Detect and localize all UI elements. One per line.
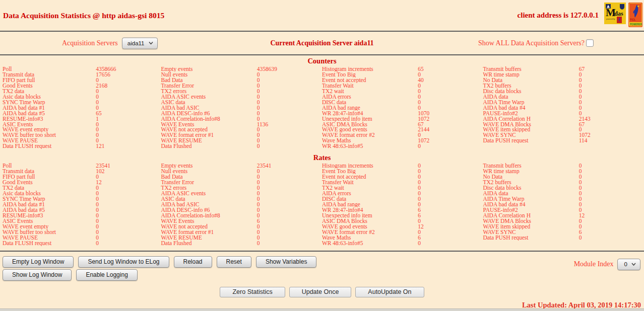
- stat-value: 0: [418, 180, 483, 185]
- stat-value: 0: [257, 202, 322, 207]
- stat-label: WAVE format error #1: [161, 229, 256, 235]
- stat-value: 0: [96, 229, 161, 235]
- stat-label: WR 48:63-info#5: [322, 241, 418, 246]
- stat-label: Empty events: [161, 66, 256, 72]
- show-log-window-button[interactable]: Show Log Window: [3, 269, 72, 281]
- stat-label: TX2 errors: [161, 185, 256, 191]
- stat-label: WR time stamp: [483, 169, 578, 174]
- reset-button[interactable]: Reset: [217, 256, 251, 268]
- stat-value: 6: [418, 235, 483, 241]
- stat-value: 0: [96, 174, 161, 180]
- stat-label: ASIC DMA Blocks: [322, 122, 418, 127]
- stat-value: 0: [418, 94, 483, 100]
- stat-label: WAVE SYNC: [483, 229, 578, 235]
- stat-value: 0: [96, 100, 161, 105]
- stats-row: WAVE PAUSE0WAVE RESUME0Wave Maths1072Dat…: [0, 138, 644, 143]
- stat-value: 0: [579, 100, 644, 105]
- stat-label: [483, 241, 578, 246]
- stat-label: Data Flushed: [161, 241, 256, 246]
- stat-value: 0: [257, 83, 322, 89]
- stat-label: DISC data: [322, 100, 418, 105]
- stat-value: 0: [257, 132, 322, 138]
- stats-row: Transmit data17656Null events0Event Too …: [0, 72, 644, 77]
- stat-value: 2143: [579, 116, 644, 122]
- stats-row: Data FLUSH request121Data Flushed0WR 48:…: [0, 143, 644, 149]
- empty-log-window-button[interactable]: Empty Log Window: [3, 256, 74, 268]
- stat-label: AIDA ASIC events: [161, 94, 256, 100]
- reload-button[interactable]: Reload: [174, 256, 212, 268]
- stat-value: 4358666: [96, 66, 161, 72]
- stat-value: 0: [96, 138, 161, 143]
- stat-label: TX2 buffers: [483, 83, 578, 89]
- stat-label: RESUME-info#3: [0, 116, 96, 122]
- stat-value: 0: [96, 241, 161, 246]
- stat-value: 0: [579, 224, 644, 229]
- stats-row: RESUME-info#30AIDA Correlation-info#80Un…: [0, 213, 644, 218]
- stat-value: 2144: [418, 127, 483, 132]
- stat-value: 65: [96, 111, 161, 116]
- stat-label: Data FLUSH request: [0, 143, 96, 149]
- stat-label: Null events: [161, 169, 256, 174]
- stat-value: 12: [579, 213, 644, 218]
- module-index-select[interactable]: 0: [617, 259, 640, 270]
- stat-value: 1072: [418, 116, 483, 122]
- stat-label: Wave Maths: [322, 138, 418, 143]
- stat-label: WAVE not accepted: [161, 224, 256, 229]
- stat-value: 0: [579, 89, 644, 94]
- stat-label: WR 28:47-info#4: [322, 111, 418, 116]
- stat-value: 12: [96, 180, 161, 185]
- stat-label: WAVE good events: [322, 224, 418, 229]
- stat-label: Good Events: [0, 83, 96, 89]
- stats-row: SYNC Time Warp0ASIC data0DISC data0AIDA …: [0, 196, 644, 202]
- stat-value: 0: [96, 218, 161, 224]
- stat-value: 0: [418, 218, 483, 224]
- stat-label: WAVE SYNC: [483, 132, 578, 138]
- stat-value: 17656: [96, 72, 161, 77]
- stat-label: TX2 data: [0, 185, 96, 191]
- send-log-window-to-elog-button[interactable]: Send Log Window to ELog: [78, 256, 169, 268]
- stats-row: TX2 data0TX2 errors0TX2 wait0Disc data b…: [0, 185, 644, 191]
- enable-logging-button[interactable]: Enable Logging: [76, 269, 137, 281]
- stat-label: Data FLUSH request: [0, 241, 96, 246]
- stat-label: TX2 errors: [161, 89, 256, 94]
- show-variables-button[interactable]: Show Variables: [256, 256, 317, 268]
- stat-label: Transmit data: [0, 169, 96, 174]
- update-once-button[interactable]: Update Once: [289, 287, 352, 297]
- stat-label: Unexpected info item: [322, 213, 418, 218]
- midas-logo[interactable]: M idas powered by: [604, 3, 626, 26]
- stat-value: 0: [418, 83, 483, 89]
- stat-label: SYNC Time Warp: [0, 100, 96, 105]
- stat-label: WAVE DMA Blocks: [483, 218, 578, 224]
- stat-label: Null events: [161, 72, 256, 77]
- stat-label: TX2 buffers: [483, 180, 578, 185]
- stat-value: 0: [257, 111, 322, 116]
- stat-label: ASIC DMA Blocks: [322, 218, 418, 224]
- stat-label: AIDA Correlation H: [483, 213, 578, 218]
- stat-label: Data PUSH request: [483, 235, 578, 241]
- stat-label: Poll: [0, 66, 96, 72]
- stat-value: 0: [257, 241, 322, 246]
- stat-label: AIDA errors: [322, 94, 418, 100]
- stats-row: RESUME-info#31AIDA Correlation-info#80Un…: [0, 116, 644, 122]
- stats-row: WAVE PAUSE0WAVE RESUME0Wave Maths6Data P…: [0, 235, 644, 241]
- stat-value: 0: [579, 72, 644, 77]
- stat-label: Histogram increments: [322, 66, 418, 72]
- stat-label: AIDA Correlation-info#8: [161, 213, 256, 218]
- tcl-powered-logo[interactable]: TCL POWERED: [628, 3, 642, 29]
- stat-value: 1: [96, 116, 161, 122]
- stats-row: SYNC Time Warp0ASIC data0DISC data0AIDA …: [0, 100, 644, 105]
- stat-label: AIDA bad data #5: [0, 111, 96, 116]
- stat-value: 23541: [257, 163, 322, 169]
- stat-value: 67: [579, 66, 644, 72]
- zero-statistics-button[interactable]: Zero Statistics: [220, 287, 285, 297]
- stat-value: 102: [96, 169, 161, 174]
- stat-label: WR 28:47-info#4: [322, 207, 418, 213]
- autoupdate-on-button[interactable]: AutoUpdate On: [355, 287, 424, 297]
- stat-value: 114: [579, 138, 644, 143]
- stat-value: 0: [96, 235, 161, 241]
- stats-row: TX2 data0TX2 errors0TX2 wait0Disc data b…: [0, 89, 644, 94]
- stat-label: AIDA DESC-info #6: [161, 111, 256, 116]
- stat-label: WAVE format error #2: [322, 132, 418, 138]
- show-all-servers-checkbox[interactable]: [586, 39, 594, 47]
- module-index-label: Module Index: [574, 260, 614, 268]
